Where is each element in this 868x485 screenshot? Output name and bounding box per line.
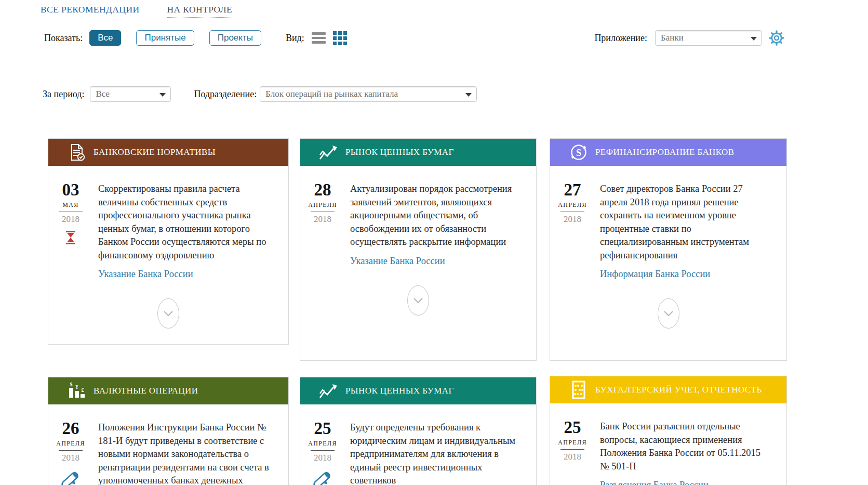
- top-tabs: ВСЕ РЕКОМЕНДАЦИИ НА КОНТРОЛЕ: [41, 4, 232, 18]
- division-select-value: Блок операций на рынках капитала: [265, 89, 398, 99]
- category-icon: S $ ¥ £: [67, 142, 87, 162]
- card-body: 25 АПРЕЛЯ 2018: [550, 403, 786, 485]
- svg-text:¥: ¥: [76, 384, 78, 390]
- chart-arrow-icon: [319, 143, 339, 161]
- view-label: Вид:: [286, 33, 304, 44]
- list-view-icon[interactable]: [312, 32, 326, 44]
- chevron-down-icon: [751, 37, 757, 41]
- card-date: 25 АПРЕЛЯ 2018: [557, 419, 587, 485]
- card-date-year: 2018: [557, 452, 587, 462]
- date-separator: [560, 212, 584, 212]
- card-category-title: РЫНОК ЦЕННЫХ БУМАГ: [345, 386, 454, 396]
- expand-card-button[interactable]: [407, 285, 429, 316]
- card-category-header: S $ ¥ £ РЫНОК: [300, 377, 536, 404]
- card-summary: Положения Инструкции Банка России № 181-…: [98, 421, 272, 485]
- grid-view-icon[interactable]: [333, 31, 347, 45]
- card-date-month: МАЯ: [56, 201, 86, 209]
- svg-text:S: S: [576, 148, 581, 158]
- card-date-day: 28: [308, 181, 338, 199]
- card-date-month: АПРЕЛЯ: [557, 201, 587, 209]
- card-text-column: Совет директоров Банка России 27 апреля …: [600, 181, 771, 280]
- card-category-title: РЫНОК ЦЕННЫХ БУМАГ: [345, 147, 454, 158]
- category-icon: S $ ¥ £: [67, 381, 87, 401]
- card-summary: Совет директоров Банка России 27 апреля …: [600, 182, 770, 262]
- card-date-month: АПРЕЛЯ: [308, 440, 338, 448]
- toolbar: Показать: Все Принятые Проекты Вид:: [44, 30, 347, 46]
- card-category-header: S $ ¥ £ ВАЛЮТ: [48, 377, 288, 404]
- card-category-header: S $ ¥ £ БАНКО: [48, 139, 288, 166]
- gear-icon[interactable]: [769, 30, 784, 46]
- card-date-day: 27: [557, 181, 587, 199]
- card-date: 28 АПРЕЛЯ 2018: [308, 181, 338, 267]
- deadline-hourglass-icon: [64, 230, 77, 247]
- card-date: 03 МАЯ 2018: [56, 181, 86, 280]
- coin-refinance-icon: S: [569, 142, 589, 162]
- recommendation-card: S $ ¥ £ ВАЛЮТ: [48, 377, 289, 485]
- document-link[interactable]: Указание Банка России: [350, 256, 445, 267]
- card-date-day: 25: [308, 420, 338, 437]
- card-date-year: 2018: [308, 214, 338, 225]
- card-date: 27 АПРЕЛЯ 2018: [557, 181, 587, 280]
- category-icon: S $ ¥ £: [319, 381, 339, 401]
- card-summary: Актуализирован порядок рассмотрения заяв…: [350, 182, 519, 249]
- svg-text:£: £: [82, 387, 84, 393]
- card-date-year: 2018: [56, 453, 86, 463]
- card-body: 25 АПРЕЛЯ 2018: [300, 404, 536, 485]
- expand-card-button[interactable]: [658, 298, 679, 329]
- card-date-month: АПРЕЛЯ: [308, 201, 338, 209]
- card-body: 28 АПРЕЛЯ 2018: [300, 166, 536, 267]
- show-label: Показать:: [44, 33, 83, 44]
- chevron-down-icon: [408, 286, 429, 315]
- abacus-icon: [569, 380, 588, 400]
- card-text-column: Будут определены требования к юридически…: [350, 420, 520, 485]
- filter-accepted-button[interactable]: Принятые: [136, 30, 194, 46]
- card-body: 03 МАЯ 2018: [48, 166, 288, 280]
- card-date: 25 АПРЕЛЯ 2018: [308, 420, 338, 485]
- card-date: 26 АПРЕЛЯ 2018: [56, 420, 86, 485]
- card-category-header: S $ ¥ £ РЫНОК: [300, 139, 536, 166]
- card-text-column: Скорректированы правила расчета величины…: [98, 181, 273, 280]
- card-date-month: АПРЕЛЯ: [557, 439, 587, 447]
- document-link[interactable]: Информация Банка России: [600, 269, 710, 280]
- filter-all-button[interactable]: Все: [89, 30, 121, 46]
- filter-projects-button[interactable]: Проекты: [209, 30, 261, 46]
- category-icon: S $ ¥ £: [319, 142, 339, 162]
- chart-arrow-icon: [319, 382, 339, 400]
- chevron-down-icon: [159, 93, 166, 97]
- division-label: Подразделение:: [194, 89, 257, 100]
- card-category-title: БАНКОВСКИЕ НОРМАТИВЫ: [94, 147, 216, 158]
- currency-bars-icon: $ ¥ £: [67, 381, 87, 401]
- draft-scroll-icon: проект: [56, 469, 86, 485]
- card-category-title: ВАЛЮТНЫЕ ОПЕРАЦИИ: [94, 386, 198, 396]
- application-select[interactable]: Банки: [655, 30, 762, 46]
- date-separator: [59, 450, 83, 451]
- card-date-day: 25: [557, 419, 587, 436]
- period-select[interactable]: Все: [90, 86, 171, 102]
- card-category-title: РЕФИНАНСИРОВАНИЕ БАНКОВ: [595, 147, 735, 158]
- recommendation-card: S $ ¥ £ БУХГА: [550, 376, 787, 485]
- card-summary: Банк России разъяснил отдельные вопросы,…: [600, 420, 770, 473]
- tab-on-control[interactable]: НА КОНТРОЛЕ: [167, 4, 232, 18]
- expand-card-button[interactable]: [157, 298, 179, 329]
- card-text-column: Банк России разъяснил отдельные вопросы,…: [600, 419, 771, 485]
- document-link[interactable]: Указание Банка России: [98, 269, 193, 280]
- document-link[interactable]: Разъяснения Банка России: [600, 480, 709, 485]
- card-category-title: БУХГАЛТЕРСКИЙ УЧЕТ, ОТЧЕТНОСТЬ: [595, 385, 762, 395]
- card-text-column: Актуализирован порядок рассмотрения заяв…: [350, 181, 520, 267]
- card-date-year: 2018: [56, 214, 86, 225]
- chevron-down-icon: [158, 299, 179, 328]
- date-separator: [311, 212, 335, 212]
- division-select[interactable]: Блок операций на рынках капитала: [260, 86, 477, 102]
- tab-all-recommendations[interactable]: ВСЕ РЕКОМЕНДАЦИИ: [41, 4, 139, 15]
- card-date-month: АПРЕЛЯ: [56, 440, 86, 448]
- application-select-value: Банки: [661, 33, 684, 43]
- category-icon: S $ ¥ £: [569, 380, 589, 400]
- card-summary: Скорректированы правила расчета величины…: [98, 182, 272, 262]
- chevron-down-icon: [658, 299, 679, 328]
- date-separator: [560, 449, 584, 450]
- application-label: Приложение:: [594, 33, 647, 44]
- card-date-year: 2018: [308, 453, 338, 463]
- card-category-header: S $ ¥ £ БУХГА: [550, 376, 786, 403]
- date-separator: [59, 212, 83, 212]
- card-date-year: 2018: [557, 214, 587, 225]
